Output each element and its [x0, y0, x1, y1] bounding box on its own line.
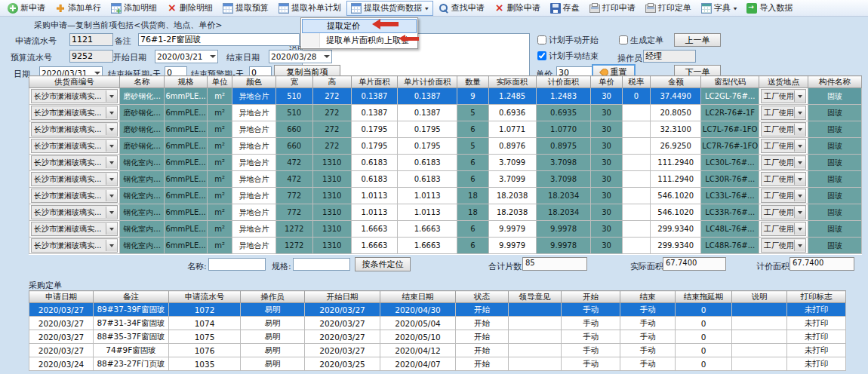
- plan-manual-start-box[interactable]: [537, 35, 546, 44]
- gen-order-box[interactable]: [619, 35, 628, 44]
- cell-part-name[interactable]: 固玻: [808, 221, 862, 238]
- table-row[interactable]: 长沙市潇湘玻璃实...钢化室内...6mmPLE...m²异地合片4721310…: [29, 155, 862, 171]
- chevron-down-icon[interactable]: [794, 140, 805, 152]
- cell-price-area[interactable]: 9.9978: [536, 238, 591, 254]
- column-header-supplier[interactable]: 供货商编号: [29, 76, 120, 88]
- cell-actual-area[interactable]: 0.8976: [488, 138, 536, 155]
- budget-no-input[interactable]: [69, 50, 113, 63]
- column-header-name[interactable]: 名称: [119, 76, 165, 88]
- cell-status[interactable]: 开始: [456, 357, 509, 371]
- cell-unit-price[interactable]: 30: [591, 155, 622, 171]
- column-header-status[interactable]: 状态: [456, 291, 509, 303]
- cell-color[interactable]: 异地合片: [232, 105, 275, 121]
- cell-spec[interactable]: 6mmPLE...: [165, 105, 207, 121]
- cell-qty[interactable]: 6: [457, 238, 488, 254]
- cell-price-area[interactable]: 1.0770: [536, 121, 591, 138]
- toolbar-dictionary[interactable]: 字典▼: [697, 1, 742, 16]
- table-row[interactable]: 长沙市潇湘玻璃实...磨砂钢化...6mmPLE...m²异地合片5102720…: [29, 88, 862, 105]
- cell-note[interactable]: [732, 330, 787, 344]
- prev-order-button[interactable]: 上一单: [674, 33, 721, 47]
- delivery-combo[interactable]: 工厂使用: [759, 238, 808, 254]
- toolbar-extract-budget[interactable]: 提取预算: [218, 1, 273, 16]
- cell-operator[interactable]: 易明: [241, 330, 305, 344]
- remark-input[interactable]: [138, 33, 300, 46]
- cell-amount[interactable]: 299.9340: [651, 221, 701, 238]
- cell-piece-area[interactable]: 1.0113: [351, 188, 397, 204]
- cell-print-flag[interactable]: 未打印: [787, 303, 846, 317]
- column-header-end-delay[interactable]: 结束拖延期: [676, 291, 732, 303]
- cell-window-code[interactable]: LC33R-76#...: [701, 204, 759, 221]
- cell-spec[interactable]: 6mmPLE...: [165, 204, 207, 221]
- cell-start[interactable]: 手动: [562, 303, 620, 317]
- chevron-down-icon[interactable]: [794, 157, 805, 168]
- cell-color[interactable]: 异地合片: [232, 238, 275, 254]
- table-row[interactable]: 长沙市潇湘玻璃实...磨砂钢化...6mmPLE...m²异地合片5102720…: [29, 105, 862, 121]
- cell-name[interactable]: 钢化室内...: [119, 221, 165, 238]
- column-header-apply-date[interactable]: 申请日期: [29, 291, 94, 303]
- cell-tax-rate[interactable]: [622, 171, 650, 188]
- cell-width[interactable]: 772: [275, 188, 312, 204]
- cell-remark[interactable]: 87#31-34F窗固玻: [94, 317, 169, 330]
- chevron-down-icon[interactable]: [106, 223, 117, 235]
- cell-start-date[interactable]: 2020/03/25: [305, 357, 380, 371]
- table-row[interactable]: 长沙市潇湘玻璃实...钢化室内...6mmPLE...m²异地合片4721310…: [29, 171, 862, 188]
- chevron-down-icon[interactable]: [106, 207, 117, 218]
- delivery-combo[interactable]: 工厂使用: [759, 221, 808, 238]
- table-row[interactable]: 长沙市潇湘玻璃实...磨砂钢化...6mmPLE...m²异地合片6602720…: [29, 121, 862, 138]
- chevron-down-icon[interactable]: [794, 223, 805, 235]
- cell-name[interactable]: 磨砂钢化...: [119, 105, 165, 121]
- column-header-print-flag[interactable]: 打印标志: [787, 291, 846, 303]
- cell-unit[interactable]: m²: [207, 105, 232, 121]
- delivery-combo[interactable]: 工厂使用: [761, 139, 806, 153]
- cell-price-area[interactable]: 18.2034: [536, 204, 591, 221]
- cell-height[interactable]: 272: [312, 138, 351, 155]
- cell-window-code[interactable]: LC48L-76#...: [701, 221, 759, 238]
- cell-unit-price[interactable]: 30: [591, 88, 622, 105]
- cell-tax-rate[interactable]: [622, 138, 650, 155]
- chevron-down-icon[interactable]: [106, 240, 117, 251]
- chevron-down-icon[interactable]: [106, 107, 117, 118]
- cell-piece-price-area[interactable]: 1.0113: [398, 188, 457, 204]
- cell-piece-area[interactable]: 1.6663: [351, 221, 397, 238]
- cell-part-name[interactable]: 固玻: [808, 138, 862, 155]
- cell-piece-area[interactable]: 1.6663: [351, 238, 397, 254]
- column-header-window-code[interactable]: 窗型代码: [701, 76, 759, 88]
- column-header-leader-opinion[interactable]: 领导意见: [509, 291, 562, 303]
- column-header-height[interactable]: 高: [312, 76, 351, 88]
- cell-qty[interactable]: 18: [457, 188, 488, 204]
- cell-height[interactable]: 272: [312, 121, 351, 138]
- cell-apply-date[interactable]: 2020/03/24: [29, 357, 94, 371]
- supplier-combo[interactable]: 长沙市潇湘玻璃实...: [31, 238, 118, 253]
- cell-apply-no[interactable]: 1076: [169, 344, 241, 357]
- cell-apply-no[interactable]: 1035: [169, 357, 241, 371]
- gen-order-checkbox[interactable]: 生成定单: [619, 35, 663, 46]
- cell-unit-price[interactable]: 30: [591, 238, 622, 254]
- column-header-unit-price[interactable]: 单价: [591, 76, 622, 88]
- supplier-combo[interactable]: 长沙市潇湘玻璃实...: [29, 188, 120, 204]
- end-date-select[interactable]: 2020/03/28: [269, 50, 332, 63]
- column-header-remark[interactable]: 备注: [94, 291, 169, 303]
- cell-remark[interactable]: 88#35-37F窗固玻: [94, 330, 169, 344]
- cell-amount[interactable]: 546.1020: [651, 204, 701, 221]
- column-header-note[interactable]: 说明: [732, 291, 787, 303]
- cell-end-date[interactable]: 2020/04/30: [380, 303, 456, 317]
- cell-color[interactable]: 异地合片: [232, 221, 275, 238]
- cell-width[interactable]: 772: [275, 204, 312, 221]
- cell-color[interactable]: 异地合片: [232, 204, 275, 221]
- cell-piece-area[interactable]: 0.6183: [351, 171, 397, 188]
- cell-start[interactable]: 手动: [562, 357, 620, 371]
- supplier-combo[interactable]: 长沙市潇湘玻璃实...: [31, 205, 118, 219]
- cell-operator[interactable]: 易明: [241, 357, 305, 371]
- supplier-combo[interactable]: 长沙市潇湘玻璃实...: [29, 138, 120, 155]
- supplier-combo[interactable]: 长沙市潇湘玻璃实...: [29, 105, 120, 121]
- cell-piece-area[interactable]: 0.1387: [351, 105, 397, 121]
- cell-note[interactable]: [732, 303, 787, 317]
- column-header-operator[interactable]: 操作员: [241, 291, 305, 303]
- cell-end[interactable]: 手动: [620, 344, 676, 357]
- cell-operator[interactable]: 易明: [241, 317, 305, 330]
- cell-color[interactable]: 异地合片: [232, 138, 275, 155]
- delivery-combo[interactable]: 工厂使用: [761, 89, 806, 103]
- chevron-down-icon[interactable]: [106, 173, 117, 185]
- cell-height[interactable]: 1310: [312, 155, 351, 171]
- cell-amount[interactable]: 37.4490: [651, 88, 701, 105]
